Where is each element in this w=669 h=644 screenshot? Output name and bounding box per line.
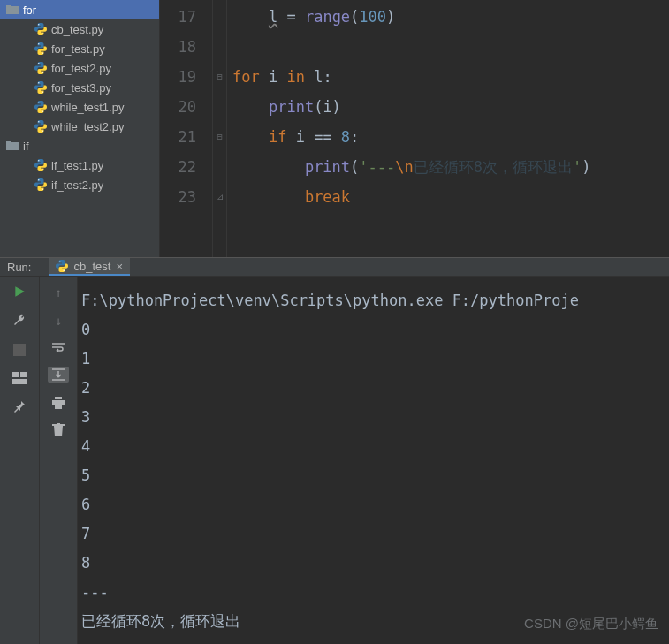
file-item[interactable]: for_test3.py (0, 78, 159, 97)
fold-marker[interactable] (213, 152, 226, 182)
run-tab[interactable]: cb_test × (49, 258, 130, 276)
rerun-icon[interactable] (13, 285, 26, 298)
file-item[interactable]: for_test.py (0, 39, 159, 58)
run-toolbar-primary (0, 277, 39, 644)
svg-point-0 (38, 24, 39, 25)
python-file-icon (34, 178, 48, 192)
run-toolbar-secondary: ↑ ↓ (39, 277, 78, 644)
console-line: 4 (81, 431, 665, 460)
close-icon[interactable]: × (116, 260, 123, 273)
up-arrow-icon[interactable]: ↑ (55, 285, 62, 299)
svg-rect-19 (12, 372, 19, 377)
down-arrow-icon[interactable]: ↓ (55, 314, 62, 328)
svg-rect-21 (12, 379, 27, 384)
console-line: --- (81, 577, 665, 606)
run-tabbar: Run: cb_test × (0, 258, 669, 277)
file-item[interactable]: if_test2.py (0, 175, 159, 194)
svg-point-14 (38, 179, 39, 180)
python-file-icon (34, 61, 48, 75)
svg-point-5 (42, 72, 42, 73)
folder-icon (5, 3, 19, 17)
file-label: if_test1.py (51, 159, 103, 172)
svg-point-4 (38, 63, 39, 64)
file-item[interactable]: while_test2.py (0, 117, 159, 136)
svg-rect-20 (20, 372, 27, 377)
svg-point-10 (38, 121, 39, 122)
code-line[interactable] (232, 32, 669, 62)
console-output[interactable]: F:\pythonProject\venv\Scripts\python.exe… (78, 277, 669, 644)
console-line: 2 (81, 373, 665, 402)
code-line[interactable]: if i == 8: (232, 122, 669, 152)
python-file-icon (34, 100, 48, 114)
line-number: 22 (160, 152, 196, 182)
code-editor[interactable]: 17181920212223 ⊟⊟⊿ l = range(100)for i i… (159, 0, 669, 257)
console-line: 3 (81, 402, 665, 431)
console-line: 6 (81, 489, 665, 519)
folder-icon (5, 139, 19, 153)
fold-marker[interactable] (213, 2, 226, 32)
code-line[interactable]: print('---\n已经循环8次，循环退出') (232, 152, 669, 182)
svg-point-11 (42, 131, 42, 132)
svg-point-8 (38, 102, 39, 102)
line-number: 21 (160, 122, 196, 152)
file-label: while_test2.py (51, 120, 124, 133)
python-file-icon (34, 22, 48, 36)
console-line: 0 (81, 314, 665, 344)
file-label: for_test3.py (51, 81, 111, 95)
code-area[interactable]: l = range(100)for i in l: print(i) if i … (227, 0, 669, 257)
fold-marker[interactable] (213, 92, 226, 122)
project-tree: for cb_test.pyfor_test.pyfor_test2.pyfor… (0, 0, 159, 257)
code-line[interactable]: l = range(100) (232, 2, 669, 32)
run-tab-label: cb_test (73, 260, 110, 273)
file-label: while_test1.py (51, 101, 124, 114)
file-item[interactable]: cb_test.py (0, 19, 159, 39)
fold-marker[interactable]: ⊿ (213, 182, 226, 212)
file-label: for_test.py (51, 42, 105, 56)
svg-point-1 (42, 34, 42, 34)
print-icon[interactable] (51, 397, 65, 409)
run-label: Run: (7, 261, 31, 274)
line-number: 18 (160, 32, 196, 62)
fold-marker[interactable]: ⊟ (213, 122, 226, 152)
file-label: for_test2.py (51, 62, 111, 75)
python-file-icon (34, 119, 48, 133)
line-number: 17 (160, 2, 196, 32)
svg-point-15 (42, 189, 42, 190)
folder-if[interactable]: if (0, 136, 159, 155)
svg-point-2 (38, 43, 39, 44)
svg-point-16 (60, 261, 61, 261)
layout-icon[interactable] (12, 372, 27, 384)
scroll-to-end-icon[interactable] (48, 367, 69, 383)
wrench-icon[interactable] (12, 314, 27, 328)
stop-icon[interactable] (13, 344, 26, 356)
python-file-icon (34, 80, 48, 95)
console-line: 1 (81, 344, 665, 373)
line-number: 19 (160, 62, 196, 92)
svg-point-7 (42, 92, 42, 93)
console-line: F:\pythonProject\venv\Scripts\python.exe… (81, 285, 665, 314)
line-gutter: 17181920212223 (160, 0, 213, 257)
fold-gutter: ⊟⊟⊿ (213, 0, 227, 257)
folder-for[interactable]: for (0, 0, 159, 19)
folder-label: if (23, 140, 29, 153)
file-item[interactable]: while_test1.py (0, 97, 159, 117)
file-label: if_test2.py (51, 178, 103, 192)
svg-point-17 (64, 270, 65, 271)
soft-wrap-icon[interactable] (51, 342, 65, 352)
trash-icon[interactable] (52, 423, 65, 437)
pin-icon[interactable] (13, 400, 26, 413)
code-line[interactable]: for i in l: (232, 62, 669, 92)
svg-point-3 (42, 53, 42, 54)
code-line[interactable]: break (232, 182, 669, 212)
fold-marker[interactable] (213, 32, 226, 62)
file-item[interactable]: if_test1.py (0, 155, 159, 175)
fold-marker[interactable]: ⊟ (213, 62, 226, 92)
svg-rect-18 (13, 344, 26, 356)
file-label: cb_test.py (51, 23, 103, 36)
file-item[interactable]: for_test2.py (0, 58, 159, 78)
folder-label: for (23, 4, 36, 17)
console-line: 5 (81, 460, 665, 489)
python-file-icon (34, 158, 48, 172)
code-line[interactable]: print(i) (232, 92, 669, 122)
run-panel: Run: cb_test × ↑ ↓ F:\pythonProject\venv… (0, 257, 669, 644)
